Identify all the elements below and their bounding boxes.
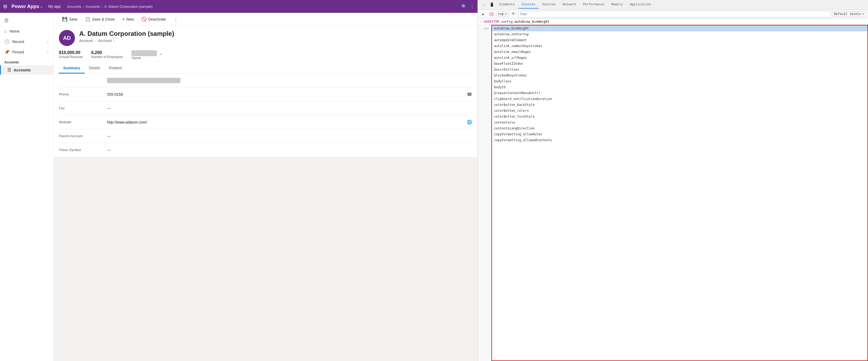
autocomplete-item-17[interactable]: contentsLangDirection	[492, 125, 867, 131]
field-value-website[interactable]: http://www.adatum.com/ 🌐	[107, 120, 472, 125]
tab-related[interactable]: Related	[105, 63, 126, 73]
phone-value: 555-0158	[107, 92, 123, 97]
field-value-fax[interactable]: ---	[107, 106, 472, 110]
more-options-icon[interactable]: ⋮	[470, 4, 474, 9]
annual-revenue-value: $10,000.00	[59, 50, 83, 55]
autocomplete-item-1[interactable]: autoGrow_onStartup	[492, 31, 867, 37]
record-avatar: AD	[59, 30, 75, 46]
breadcrumb-sep1: ›	[83, 4, 84, 8]
sidebar-item-pinned[interactable]: 📌 Pinned ⌄	[0, 47, 53, 57]
form-container: A. Datum Corporation (sample) Phone 555-…	[54, 73, 477, 157]
sidebar-item-accounts[interactable]: ☰ Accounts	[0, 65, 53, 75]
autocomplete-item-7[interactable]: basicEntities	[492, 67, 867, 72]
autocomplete-item-13[interactable]: colorButton_backStyle	[492, 102, 867, 108]
console-input-text[interactable]: CKEDITOR.config.autoGrow_minHeight	[484, 20, 550, 24]
deactivate-button[interactable]: 🚫 Deactivate	[138, 15, 169, 23]
breadcrumb-accounts1[interactable]: Accounts	[67, 4, 81, 8]
autocomplete-item-15[interactable]: colorButton_foreStyle	[492, 113, 867, 120]
tab-performance[interactable]: Performance	[580, 1, 608, 8]
recent-icon: 🕐	[4, 39, 10, 44]
console-input-row: › CKEDITOR.config.autoGrow_minHeight	[478, 19, 868, 25]
autocomplete-item-16[interactable]: contentsCss	[492, 120, 867, 125]
form-row-ticker-symbol: Ticker Symbol ---	[59, 143, 472, 157]
autocomplete-item-5[interactable]: autolink_urlRegex	[492, 55, 867, 61]
field-value-parent-account[interactable]: ---	[107, 134, 472, 138]
levels-value: Default levels	[834, 12, 861, 16]
owner-chevron[interactable]: ⌄	[159, 51, 162, 56]
tab-details[interactable]: Details	[85, 63, 105, 73]
autocomplete-item-6[interactable]: baseFloatZIndex	[492, 61, 867, 67]
field-value-ticker-symbol[interactable]: ---	[107, 148, 472, 152]
tab-network[interactable]: Network	[559, 1, 579, 8]
console-filter[interactable]	[518, 11, 830, 18]
autocomplete-list[interactable]: autoGrow_minHeight autoGrow_onStartup au…	[491, 25, 868, 361]
autocomplete-item-14[interactable]: colorButton_colors	[492, 108, 867, 113]
sidebar-item-home[interactable]: ⌂ Home	[0, 26, 53, 36]
annual-revenue-label: Annual Revenue	[59, 55, 83, 59]
field-value-phone[interactable]: 555-0158 ☎	[107, 92, 472, 97]
line-numbers: 185	[478, 25, 491, 361]
autocomplete-item-9[interactable]: bodyClass	[492, 78, 867, 84]
eye-button[interactable]: 👁	[510, 11, 517, 18]
devtools-icon-mobile[interactable]: 📱	[488, 1, 496, 8]
recent-chevron: ⌄	[46, 40, 49, 43]
tab-console[interactable]: Console	[519, 1, 538, 8]
accounts-label: Accounts	[14, 68, 31, 72]
breadcrumb-current: A. Datum Corporation (sample)	[104, 4, 153, 8]
sidebar-toggle[interactable]: ☰	[0, 15, 53, 26]
waffle-icon[interactable]: ⊞	[3, 3, 7, 9]
devtools-icon-inspect[interactable]: ⬚	[480, 1, 488, 8]
line-number-185: 185	[478, 26, 491, 31]
autocomplete-item-10[interactable]: bodyId	[492, 84, 867, 90]
ckeditor-keyword: CKEDITOR	[484, 20, 499, 24]
owner-field: ▓▓▓▓ ⌄	[131, 50, 162, 56]
context-selector[interactable]: top ▾	[496, 11, 509, 17]
toolbar-more-icon[interactable]: ⋮	[171, 15, 180, 23]
app-name-chevron[interactable]: ⌄	[40, 4, 43, 8]
tab-summary[interactable]: Summary	[59, 63, 85, 73]
devtools-tabs: ⬚ 📱 Elements Console Sources Network Per…	[478, 0, 868, 10]
tab-sources[interactable]: Sources	[539, 1, 559, 8]
save-button[interactable]: 💾 Save	[59, 15, 81, 23]
autocomplete-item-4[interactable]: autolink_emailRegex	[492, 49, 867, 55]
breadcrumb-accounts2[interactable]: Accounts	[86, 4, 100, 8]
autocomplete-item-12[interactable]: clipboard_notificationDuration	[492, 96, 867, 102]
tab-memory[interactable]: Memory	[608, 1, 626, 8]
field-value-account-name[interactable]: A. Datum Corporation (sample)	[107, 78, 472, 83]
autocomplete-item-8[interactable]: blockedKeystrokes	[492, 72, 867, 78]
type-dropdown-chevron: ⌄	[113, 39, 115, 42]
levels-selector[interactable]: Default levels ▾	[832, 11, 866, 17]
field-label-ticker-symbol: Ticker Symbol	[59, 148, 107, 152]
owner-value: ▓▓▓▓	[131, 50, 157, 56]
type-label: Account	[79, 38, 93, 43]
autocomplete-item-0[interactable]: autoGrow_minHeight	[492, 25, 867, 31]
pinned-chevron: ⌄	[46, 50, 49, 54]
record-name: A. Datum Corporation (sample)	[79, 30, 472, 37]
autocomplete-item-2[interactable]: autoUpdateElement	[492, 37, 867, 43]
search-icon[interactable]: 🔍	[461, 4, 467, 9]
form-scroll: A. Datum Corporation (sample) Phone 555-…	[54, 73, 477, 361]
block-button[interactable]: 🚫	[488, 11, 495, 18]
app-name[interactable]: Power Apps ⌄	[11, 4, 43, 9]
tab-application[interactable]: Application	[627, 1, 654, 8]
accounts-icon: ☰	[7, 67, 11, 72]
sidebar-item-recent[interactable]: 🕐 Recent ⌄	[0, 36, 53, 47]
globe-icon[interactable]: 🌐	[467, 120, 472, 125]
employees-stat: 6,200 Number of Employees	[91, 50, 123, 60]
new-button[interactable]: + New	[119, 15, 137, 23]
recent-label: Recent	[12, 40, 44, 44]
autocomplete-item-18[interactable]: copyFormatting_allowRules	[492, 131, 867, 137]
tab-elements[interactable]: Elements	[496, 1, 518, 8]
phone-icon[interactable]: ☎	[467, 92, 472, 97]
console-content: › CKEDITOR.config.autoGrow_minHeight 185…	[478, 19, 868, 361]
autocomplete-item-19[interactable]: copyFormatting_allowedContexts	[492, 137, 867, 143]
autocomplete-item-3[interactable]: autolink_commitKeystrokes	[492, 43, 867, 49]
run-button[interactable]: ▶	[480, 11, 487, 18]
autocomplete-item-11[interactable]: browserContextMenuOnCtrl	[492, 90, 867, 96]
devtools-panel: ⬚ 📱 Elements Console Sources Network Per…	[477, 0, 868, 361]
owner-stat: ▓▓▓▓ ⌄ Owner	[131, 50, 162, 60]
save-close-button[interactable]: 📋 Save & Close	[82, 15, 118, 23]
record-type: Account · Account ⌄	[79, 38, 472, 43]
type-dropdown[interactable]: Account ⌄	[98, 38, 115, 43]
breadcrumb: Accounts › Accounts › A. Datum Corporati…	[67, 4, 458, 8]
